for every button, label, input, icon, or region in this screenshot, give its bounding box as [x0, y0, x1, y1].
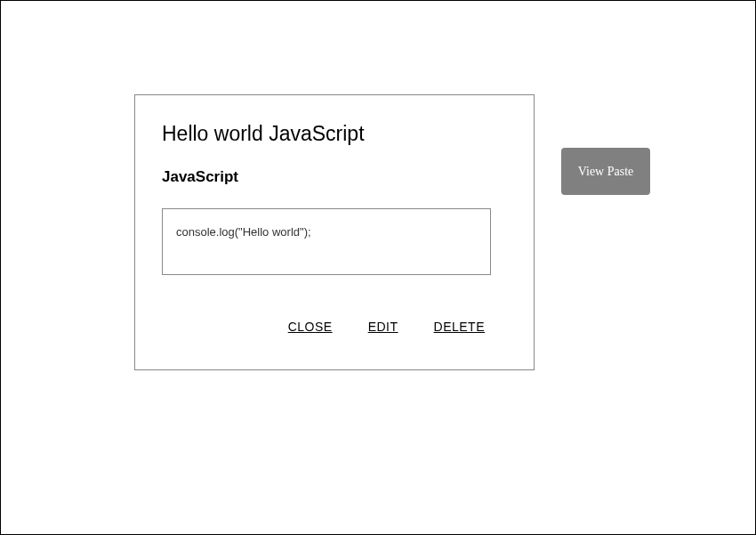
dialog-actions: CLOSE EDIT DELETE: [162, 320, 507, 334]
view-paste-button[interactable]: View Paste: [561, 148, 650, 195]
code-content: console.log("Hello world");: [162, 208, 491, 275]
language-label: JavaScript: [162, 168, 507, 186]
paste-title: Hello world JavaScript: [162, 122, 507, 146]
delete-button[interactable]: DELETE: [434, 320, 485, 334]
paste-dialog: Hello world JavaScript JavaScript consol…: [134, 94, 535, 370]
edit-button[interactable]: EDIT: [368, 320, 398, 334]
close-button[interactable]: CLOSE: [288, 320, 333, 334]
